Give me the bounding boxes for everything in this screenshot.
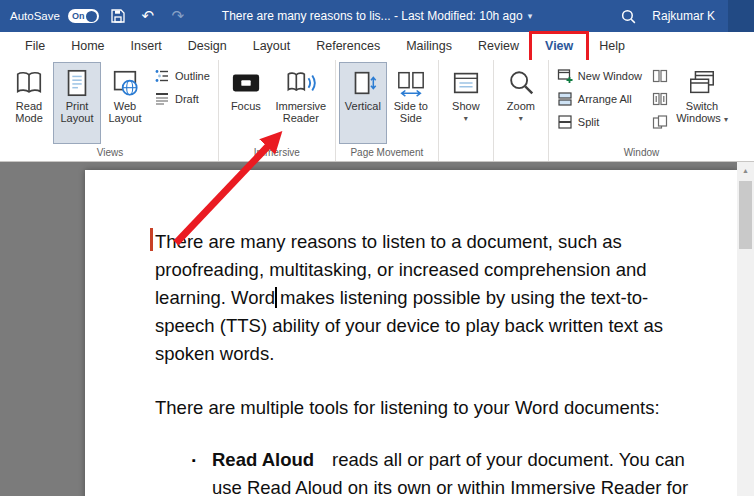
- tab-design[interactable]: Design: [175, 34, 240, 58]
- tab-review[interactable]: Review: [465, 34, 532, 58]
- window-group-label: Window: [552, 146, 731, 161]
- tab-view[interactable]: View: [532, 34, 586, 58]
- focus-label: Focus: [231, 100, 261, 112]
- new-window-button[interactable]: New Window: [552, 65, 647, 87]
- split-icon: [557, 114, 573, 130]
- scrollbar-up-button[interactable]: ▲: [737, 162, 754, 178]
- vertical-button[interactable]: Vertical: [339, 62, 387, 144]
- toggle-knob: [86, 11, 97, 22]
- read-mode-button[interactable]: Read Mode: [5, 62, 53, 144]
- autosave-label: AutoSave: [10, 10, 60, 22]
- ribbon-group-page-movement: Vertical Side to Side Page Movement: [336, 60, 439, 161]
- vertical-scroll-icon: [348, 68, 378, 98]
- document-title-dropdown[interactable]: There are many reasons to lis... - Last …: [222, 9, 532, 23]
- ribbon-group-window: New Window Arrange All Split: [549, 60, 734, 161]
- read-mode-label: Read Mode: [6, 100, 52, 124]
- draft-icon: [154, 91, 170, 107]
- chevron-down-icon: ▾: [519, 114, 523, 123]
- switch-windows-icon: [687, 68, 717, 98]
- views-group-label: Views: [5, 146, 215, 161]
- reset-window-position-icon: [652, 114, 668, 130]
- tab-insert[interactable]: Insert: [118, 34, 175, 58]
- switch-windows-button[interactable]: Switch Windows ▾: [673, 62, 731, 144]
- open-book-icon: [14, 68, 44, 98]
- document-text: There are many reasons to listen to a do…: [155, 228, 688, 496]
- show-label: Show: [452, 100, 480, 112]
- tab-layout[interactable]: Layout: [240, 34, 304, 58]
- immersive-group-label: Immersive: [222, 146, 332, 161]
- tab-mailings[interactable]: Mailings: [393, 34, 465, 58]
- redo-icon: ↷: [172, 7, 185, 25]
- magnifier-icon: [506, 68, 536, 98]
- chevron-down-icon: ▾: [724, 115, 728, 124]
- draft-button[interactable]: Draft: [149, 88, 215, 110]
- new-window-icon: [557, 68, 573, 84]
- user-name[interactable]: Rajkumar K: [652, 9, 715, 23]
- document-title: There are many reasons to lis... - Last …: [222, 9, 523, 23]
- print-layout-label: Print Layout: [54, 100, 100, 124]
- redo-button[interactable]: ↷: [167, 5, 189, 27]
- show-dropdown-button[interactable]: Show ▾: [442, 62, 490, 144]
- undo-icon: ↶: [142, 7, 155, 25]
- paragraph-line: There are many reasons to listen to a do…: [155, 228, 688, 256]
- arrange-all-button[interactable]: Arrange All: [552, 88, 647, 110]
- print-layout-button[interactable]: Print Layout: [53, 62, 101, 144]
- show-pane-icon: [451, 68, 481, 98]
- side-to-side-button[interactable]: Side to Side: [387, 62, 435, 144]
- ribbon: Read Mode Print Layout: [0, 60, 754, 162]
- search-button[interactable]: [617, 5, 639, 27]
- zoom-label: Zoom: [507, 100, 535, 112]
- ribbon-group-immersive: Focus Immersive Reader Immersive: [219, 60, 336, 161]
- globe-page-icon: [110, 68, 140, 98]
- undo-button[interactable]: ↶: [137, 5, 159, 27]
- side-to-side-label: Side to Side: [388, 100, 434, 124]
- outline-label: Outline: [175, 70, 210, 82]
- search-icon: [620, 8, 637, 25]
- web-layout-label: Web Layout: [102, 100, 148, 124]
- save-button[interactable]: [107, 5, 129, 27]
- titlebar: AutoSave On ↶ ↷ There are many reasons t…: [0, 0, 754, 32]
- chevron-down-icon: ▾: [528, 11, 533, 21]
- avatar[interactable]: [728, 0, 754, 32]
- arrange-all-icon: [557, 91, 573, 107]
- zoom-dropdown-button[interactable]: Zoom ▾: [497, 62, 545, 144]
- focus-icon: [231, 68, 261, 98]
- paragraph-line: spoken words.: [155, 340, 688, 368]
- tab-home[interactable]: Home: [58, 34, 117, 58]
- paragraph-line: speech (TTS) ability of your device to p…: [155, 312, 688, 340]
- synchronous-scrolling-icon: [652, 91, 668, 107]
- split-button[interactable]: Split: [552, 111, 647, 133]
- document-page[interactable]: There are many reasons to listen to a do…: [85, 170, 737, 496]
- view-side-by-side-button[interactable]: [649, 67, 671, 85]
- outline-button[interactable]: Outline: [149, 65, 215, 87]
- bullet-term: Read Aloud: [212, 449, 314, 470]
- autosave-toggle[interactable]: On: [68, 9, 99, 23]
- immersive-reader-label: Immersive Reader: [271, 100, 331, 124]
- document-canvas: There are many reasons to listen to a do…: [0, 162, 754, 496]
- paragraph-line: proofreading, multitasking, or increased…: [155, 256, 688, 284]
- web-layout-button[interactable]: Web Layout: [101, 62, 149, 144]
- vertical-scrollbar[interactable]: ▲: [737, 162, 754, 496]
- outline-icon: [154, 68, 170, 84]
- ribbon-group-views: Read Mode Print Layout: [2, 60, 219, 161]
- focus-button[interactable]: Focus: [222, 62, 270, 144]
- tab-help[interactable]: Help: [586, 34, 638, 58]
- tab-file[interactable]: File: [12, 34, 58, 58]
- reset-window-position-button[interactable]: [649, 113, 671, 131]
- scroll-up-icon: ▲: [742, 167, 749, 174]
- tab-references[interactable]: References: [303, 34, 393, 58]
- draft-label: Draft: [175, 93, 199, 105]
- new-window-label: New Window: [578, 70, 642, 82]
- scrollbar-thumb[interactable]: [739, 181, 752, 249]
- side-by-side-icon: [652, 68, 668, 84]
- split-label: Split: [578, 116, 599, 128]
- bullet-text: reads all or part of your document. You …: [332, 449, 685, 470]
- tab-view-label: View: [545, 39, 573, 53]
- ribbon-tab-row: File Home Insert Design Layout Reference…: [0, 32, 754, 60]
- synchronous-scrolling-button[interactable]: [649, 90, 671, 108]
- bullet-marker: ▪: [192, 446, 212, 474]
- immersive-reader-button[interactable]: Immersive Reader: [270, 62, 332, 144]
- paragraph-line: learning. Word makes listening possible …: [155, 284, 688, 312]
- bullet-line: ▪Read Aloudreads all or part of your doc…: [192, 446, 688, 474]
- text-cursor-red: [150, 228, 153, 251]
